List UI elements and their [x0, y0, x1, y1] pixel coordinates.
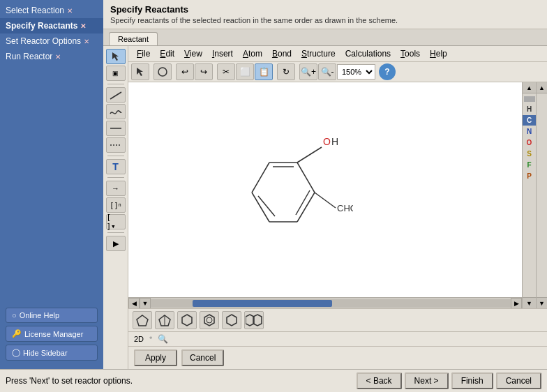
sidebar-item-set-reactor-options[interactable]: Set Reactor Options ✕ — [0, 33, 103, 49]
apply-bar: Apply Cancel — [128, 346, 547, 369]
svg-line-9 — [252, 163, 269, 193]
finish-button[interactable]: Finish — [451, 372, 493, 389]
apply-button[interactable]: Apply — [134, 349, 177, 366]
menu-file[interactable]: File — [133, 47, 154, 60]
scroll-down-arrow[interactable]: ▼ — [140, 298, 151, 309]
close-icon[interactable]: ✕ — [84, 38, 89, 45]
v-scroll-up-arrow[interactable]: ▲ — [523, 82, 536, 93]
dotted-tool-button[interactable] — [106, 137, 126, 153]
undo-button[interactable]: ↩ — [176, 63, 194, 80]
pentagon-tool-button[interactable] — [133, 311, 152, 329]
svg-line-12 — [258, 196, 275, 216]
element-S[interactable]: S — [523, 149, 536, 159]
key-icon: 🔑 — [12, 329, 22, 338]
hexagon2-tool-button[interactable] — [200, 311, 219, 329]
zoom-select[interactable]: 50% 75% 100% 125% 150% 200% 300% — [337, 64, 375, 80]
footer: Press 'Next' to set reactor options. < B… — [0, 369, 547, 392]
menu-calculations[interactable]: Calculations — [341, 47, 395, 60]
element-C[interactable]: C — [523, 115, 536, 126]
next-button[interactable]: Next > — [405, 372, 449, 389]
svg-line-8 — [252, 193, 269, 222]
drawing-area[interactable]: O H CHO — [128, 82, 522, 297]
pentagon2-tool-button[interactable] — [155, 311, 174, 329]
text-tool-button[interactable]: T — [106, 159, 126, 174]
cyclohexane-tool-button[interactable] — [222, 311, 241, 329]
v-scroll-down-arrow[interactable]: ▼ — [523, 297, 536, 308]
question-circle-icon: ○ — [12, 311, 17, 319]
element-F[interactable]: F — [523, 160, 536, 170]
triangle-tool-button[interactable]: ▶ — [106, 236, 126, 251]
bicyclic-tool-button[interactable] — [244, 311, 264, 329]
cancel-nav-button[interactable]: Cancel — [496, 372, 541, 389]
menu-bar: File Edit View Insert Atom Bond Structur… — [128, 46, 547, 62]
magnify-icon[interactable]: 🔍 — [158, 334, 168, 344]
svg-marker-26 — [253, 315, 262, 326]
select-tool-button[interactable] — [106, 49, 126, 64]
menu-structure[interactable]: Structure — [297, 47, 340, 60]
zoom-out-button[interactable]: 🔍- — [318, 63, 336, 80]
cut-button[interactable]: ✂ — [217, 63, 235, 80]
sidebar-item-label: Set Reactor Options — [6, 36, 81, 46]
draw-circle-button[interactable] — [153, 63, 172, 80]
license-manager-button[interactable]: 🔑 License Manager — [6, 326, 98, 342]
menu-tools[interactable]: Tools — [396, 47, 424, 60]
vscroll-track — [537, 93, 547, 297]
paste-button[interactable]: 📋 — [255, 63, 273, 80]
sidebar-item-run-reactor[interactable]: Run Reactor ✕ — [0, 49, 103, 64]
wave-tool-button[interactable] — [106, 104, 126, 119]
asterisk-indicator: * — [149, 335, 152, 343]
element-dots — [524, 96, 535, 102]
vscroll-down-arrow[interactable]: ▼ — [537, 297, 547, 308]
scroll-right-arrow[interactable]: ▶ — [511, 298, 522, 309]
close-icon[interactable]: ✕ — [55, 53, 61, 61]
hide-sidebar-button[interactable]: ◯ Hide Sidebar — [6, 345, 98, 361]
arrow-tool-button[interactable]: → — [106, 181, 126, 196]
menu-edit[interactable]: Edit — [156, 47, 179, 60]
copy-button[interactable]: ⬜ — [236, 63, 254, 80]
svg-text:H: H — [331, 136, 338, 147]
lasso-tool-button[interactable]: ▣ — [106, 66, 126, 81]
line-tool-button[interactable] — [106, 121, 126, 136]
select-mode-button[interactable] — [131, 63, 149, 80]
svg-marker-24 — [227, 315, 237, 326]
sidebar-item-specify-reactants[interactable]: Specify Reactants ✕ — [0, 18, 103, 33]
tool-separator — [107, 84, 124, 84]
sidebar-item-select-reaction[interactable]: Select Reaction ✕ — [0, 3, 103, 18]
help-button[interactable]: ? — [379, 63, 396, 80]
element-N[interactable]: N — [523, 126, 536, 137]
element-P[interactable]: P — [523, 171, 536, 181]
menu-atom[interactable]: Atom — [239, 47, 267, 60]
menu-view[interactable]: View — [180, 47, 207, 60]
horizontal-scrollbar[interactable]: ◀ ▼ ▶ — [128, 297, 522, 308]
svg-line-11 — [296, 190, 310, 215]
menu-bond[interactable]: Bond — [268, 47, 296, 60]
sidebar-bottom-buttons: ○ Online Help 🔑 License Manager ◯ Hide S… — [0, 302, 103, 366]
bond-single-button[interactable] — [106, 87, 126, 103]
bracket2-tool-button[interactable]: [ ]▾ — [106, 214, 126, 229]
svg-point-3 — [158, 68, 167, 76]
close-icon[interactable]: ✕ — [80, 22, 86, 30]
top-area: Select Reaction ✕ Specify Reactants ✕ Se… — [0, 0, 547, 369]
scroll-left-arrow[interactable]: ◀ — [128, 298, 140, 309]
close-icon[interactable]: ✕ — [67, 7, 73, 15]
h-scroll-track[interactable] — [151, 299, 511, 308]
online-help-button[interactable]: ○ Online Help — [6, 308, 98, 323]
element-list: H C N O S F P — [523, 93, 536, 297]
menu-insert[interactable]: Insert — [208, 47, 237, 60]
app-container: Select Reaction ✕ Specify Reactants ✕ Se… — [0, 0, 547, 392]
svg-marker-21 — [182, 315, 192, 326]
back-button[interactable]: < Back — [357, 372, 402, 389]
menu-help[interactable]: Help — [426, 47, 451, 60]
bracket-tool-button[interactable]: []n — [106, 197, 126, 213]
element-H[interactable]: H — [523, 104, 536, 114]
element-O[interactable]: O — [523, 137, 536, 148]
hexagon-tool-button[interactable] — [177, 311, 197, 329]
tab-reactant[interactable]: Reactant — [109, 32, 158, 45]
h-scroll-thumb[interactable] — [193, 300, 332, 307]
zoom-in-button[interactable]: 🔍+ — [299, 63, 317, 80]
vscroll-up-arrow[interactable]: ▲ — [537, 82, 547, 93]
svg-marker-25 — [246, 315, 254, 326]
cancel-button[interactable]: Cancel — [181, 349, 224, 366]
redo-button[interactable]: ↪ — [195, 63, 213, 80]
clean-button[interactable]: ↻ — [277, 63, 295, 80]
